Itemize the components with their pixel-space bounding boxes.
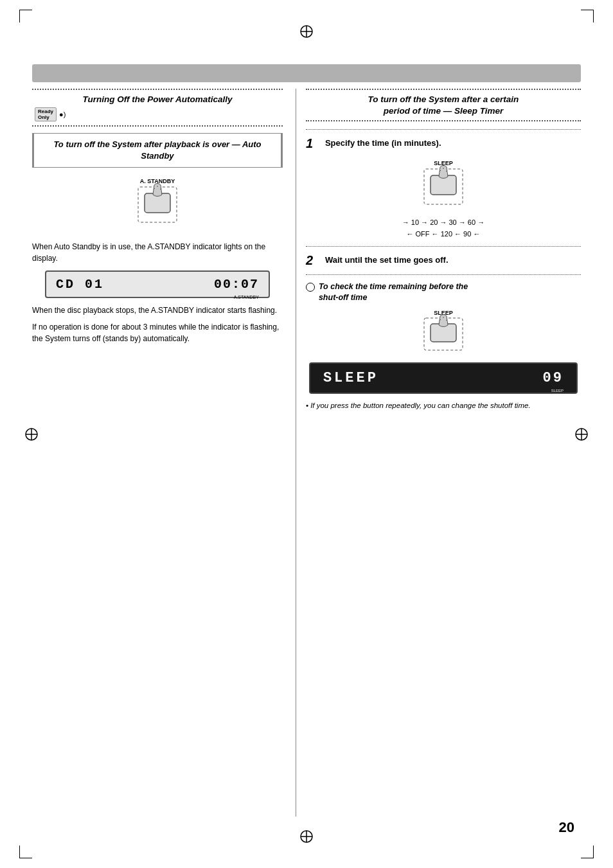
sleep-display-left: SLEEP xyxy=(323,370,378,386)
astandby-indicator: A.STANDBY xyxy=(234,295,259,299)
auto-standby-box: To turn off the System after playback is… xyxy=(32,133,283,168)
auto-standby-title: To turn off the System after playback is… xyxy=(44,139,271,162)
circle-title: To check the time remaining before the s… xyxy=(319,281,468,303)
sleep-arrow-diagram: → 10 → 20 → 30 → 60 → ← OFF ← 120 ← 90 ← xyxy=(306,217,581,240)
circle-icon xyxy=(306,283,315,292)
dotted-divider-1 xyxy=(306,129,581,130)
sleep-indicator: SLEEP xyxy=(551,389,564,393)
step-1-num: 1 xyxy=(306,136,320,151)
sleep-button-diagram-2: SLEEP xyxy=(306,308,581,356)
right-dotted-section: To turn off the System after a certain p… xyxy=(306,89,581,121)
body-text-3: If no operation is done for about 3 minu… xyxy=(32,321,283,344)
corner-mark-tl xyxy=(19,10,32,22)
step-2-text: Wait until the set time goes off. xyxy=(325,253,449,266)
standby-button-svg: A. STANDBY xyxy=(125,175,190,233)
display-time: 00:07 A.STANDBY xyxy=(214,277,259,292)
step-1-text: Specify the time (in minutes). xyxy=(325,136,441,149)
sleep-timer-title: To turn off the System after a certain p… xyxy=(312,94,574,116)
step-1-row: 1 Specify the time (in minutes). xyxy=(306,136,581,151)
dotted-divider-3 xyxy=(306,274,581,275)
body-text-1: When Auto Standby is in use, the A.STAND… xyxy=(32,241,283,264)
corner-mark-tr xyxy=(581,10,594,22)
corner-mark-br xyxy=(581,846,594,858)
right-column: To turn off the System after a certain p… xyxy=(296,89,581,817)
display-cd-track: CD 01 xyxy=(56,277,104,292)
auto-standby-diagram: A. STANDBY xyxy=(32,175,283,233)
main-content: Turning Off the Power Automatically Read… xyxy=(32,89,581,817)
left-dotted-section: Turning Off the Power Automatically Read… xyxy=(32,89,283,127)
sleep-display: SLEEP 09 SLEEP xyxy=(309,362,578,394)
corner-mark-bl xyxy=(19,846,32,858)
dotted-divider-2 xyxy=(306,246,581,247)
cd-display: CD 01 00:07 A.STANDBY xyxy=(45,270,270,298)
page-number: 20 xyxy=(559,819,574,836)
left-section-title: Turning Off the Power Automatically xyxy=(32,94,283,105)
body-text-2: When the disc playback stops, the A.STAN… xyxy=(32,305,283,316)
logo-icon: ReadyOnly xyxy=(35,107,57,121)
logo-symbol: ●) xyxy=(59,111,66,118)
logo-row: ReadyOnly ●) xyxy=(32,107,283,121)
crosshair-top xyxy=(299,24,314,39)
arrow-line-2: ← OFF ← 120 ← 90 ← xyxy=(306,229,581,240)
bullet-note: • If you press the button repeatedly, yo… xyxy=(306,400,581,411)
sleep-button-diagram: SLEEP xyxy=(306,157,581,212)
header-bar xyxy=(32,64,581,82)
step-2-row: 2 Wait until the set time goes off. xyxy=(306,253,581,268)
sleep-button-svg-2: SLEEP xyxy=(414,308,472,356)
sleep-display-right: 09 SLEEP xyxy=(543,370,564,386)
arrow-line-1: → 10 → 20 → 30 → 60 → xyxy=(306,217,581,229)
step-2-num: 2 xyxy=(306,253,320,268)
sleep-button-svg: SLEEP xyxy=(411,157,475,212)
crosshair-bottom xyxy=(299,829,314,844)
circle-bullet-row: To check the time remaining before the s… xyxy=(306,281,581,303)
left-column: Turning Off the Power Automatically Read… xyxy=(32,89,296,817)
